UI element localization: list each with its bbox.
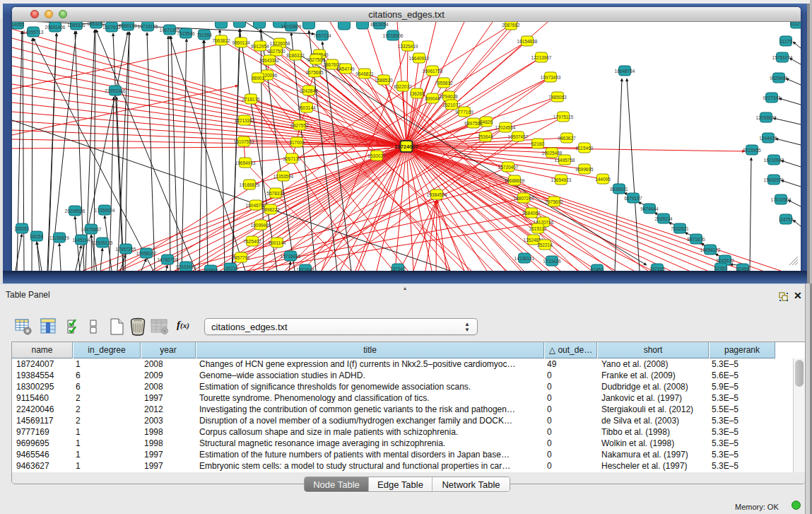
svg-text:18724007: 18724007	[394, 144, 418, 150]
svg-text:12093822: 12093822	[756, 115, 777, 120]
svg-text:9463627: 9463627	[558, 136, 576, 141]
svg-text:10719155: 10719155	[138, 24, 158, 29]
svg-text:7485063: 7485063	[548, 95, 567, 100]
svg-text:16648784: 16648784	[615, 69, 635, 74]
svg-text:116753: 116753	[778, 217, 794, 222]
svg-text:7957224: 7957224	[313, 33, 331, 38]
svg-text:17975115: 17975115	[553, 115, 574, 119]
svg-text:16154838: 16154838	[517, 39, 538, 44]
svg-text:17024554: 17024554	[495, 125, 516, 130]
svg-text:14055713: 14055713	[23, 30, 44, 35]
svg-text:751554: 751554	[196, 33, 212, 37]
svg-text:13495758: 13495758	[555, 158, 575, 163]
svg-text:11175: 11175	[779, 39, 792, 44]
svg-text:92456: 92456	[736, 267, 749, 271]
svg-text:9329966: 9329966	[770, 76, 788, 81]
svg-text:1733426: 1733426	[543, 259, 561, 264]
svg-text:9646821: 9646821	[355, 71, 374, 76]
svg-text:139234: 139234	[223, 266, 238, 271]
svg-text:10654122: 10654122	[700, 247, 721, 252]
svg-text:97450: 97450	[591, 267, 604, 271]
svg-text:6794028: 6794028	[440, 94, 458, 99]
svg-text:12505135: 12505135	[93, 240, 113, 245]
svg-text:6679197: 6679197	[624, 196, 642, 201]
svg-text:8938921: 8938921	[610, 187, 628, 192]
svg-text:197165: 197165	[649, 267, 665, 271]
svg-text:9227343: 9227343	[763, 95, 781, 100]
svg-text:17957255: 17957255	[116, 247, 136, 252]
svg-text:9245612: 9245612	[716, 258, 734, 263]
svg-text:10025488: 10025488	[542, 151, 563, 156]
svg-text:9327508: 9327508	[307, 57, 325, 62]
svg-text:1085326: 1085326	[67, 23, 86, 28]
svg-text:9242848: 9242848	[300, 88, 318, 93]
svg-text:7955812: 7955812	[435, 81, 453, 86]
svg-text:17010504: 17010504	[771, 197, 792, 202]
svg-text:252214: 252214	[537, 243, 553, 247]
svg-text:144095: 144095	[595, 177, 611, 182]
svg-text:16640910: 16640910	[409, 56, 430, 61]
svg-text:20691406: 20691406	[45, 25, 66, 30]
svg-text:19384554: 19384554	[427, 192, 447, 197]
svg-text:11127: 11127	[790, 22, 801, 26]
svg-text:15692971: 15692971	[764, 177, 784, 182]
svg-text:107827: 107827	[203, 268, 218, 271]
svg-text:12213367: 12213367	[235, 118, 255, 123]
svg-text:9860124: 9860124	[232, 40, 250, 45]
svg-text:16099489: 16099489	[251, 223, 271, 228]
svg-text:8427552: 8427552	[290, 123, 309, 128]
svg-text:16543382: 16543382	[259, 58, 280, 63]
svg-text:137342: 137342	[390, 267, 406, 271]
svg-text:1145194: 1145194	[73, 238, 90, 243]
svg-text:11156829: 11156829	[49, 235, 69, 240]
svg-text:2087682: 2087682	[502, 23, 520, 28]
svg-text:16961758: 16961758	[423, 69, 443, 74]
svg-text:10958167: 10958167	[136, 251, 157, 256]
svg-text:6966160: 6966160	[119, 23, 137, 28]
svg-text:7515546: 7515546	[177, 31, 195, 36]
svg-text:5578335: 5578335	[266, 191, 285, 196]
svg-text:9699695: 9699695	[575, 167, 594, 172]
svg-text:317004: 317004	[289, 140, 305, 145]
svg-text:11353594: 11353594	[273, 174, 294, 179]
svg-text:1527602: 1527602	[102, 25, 121, 30]
svg-text:16782759: 16782759	[158, 257, 178, 262]
svg-text:92450: 92450	[714, 266, 727, 271]
svg-text:14136141: 14136141	[514, 256, 535, 261]
svg-text:253644: 253644	[478, 134, 493, 139]
svg-text:14055: 14055	[12, 22, 24, 27]
svg-text:19654933: 19654933	[235, 160, 256, 165]
svg-text:15751074: 15751074	[772, 55, 793, 60]
svg-text:1691144: 1691144	[269, 240, 286, 245]
svg-text:8471676: 8471676	[687, 237, 705, 242]
svg-text:15720407: 15720407	[498, 165, 519, 170]
svg-text:2935114: 2935114	[655, 216, 673, 221]
svg-text:17359924: 17359924	[95, 208, 115, 213]
svg-text:9327500: 9327500	[267, 49, 286, 54]
svg-text:7632621: 7632621	[671, 226, 689, 231]
svg-text:9457791: 9457791	[232, 255, 250, 260]
svg-text:8912954: 8912954	[251, 44, 269, 49]
svg-text:19218506: 19218506	[383, 33, 404, 38]
svg-text:18807249: 18807249	[514, 196, 534, 201]
svg-text:9115460: 9115460	[576, 146, 594, 151]
svg-text:8813054: 8813054	[370, 22, 389, 27]
svg-text:7663822: 7663822	[212, 38, 230, 43]
svg-text:13226058: 13226058	[270, 41, 290, 46]
svg-text:1530027: 1530027	[367, 153, 386, 158]
svg-text:39154: 39154	[30, 234, 43, 239]
svg-text:9777169: 9777169	[455, 110, 473, 115]
svg-text:2603144: 2603144	[298, 105, 316, 110]
svg-text:1588520: 1588520	[375, 78, 393, 83]
svg-text:3675685: 3675685	[305, 70, 324, 75]
svg-text:13654923: 13654923	[551, 177, 572, 182]
svg-text:20206536: 20206536	[65, 209, 86, 214]
svg-text:1971648: 1971648	[296, 267, 314, 271]
svg-text:8322037: 8322037	[394, 84, 412, 89]
svg-text:9684067: 9684067	[522, 211, 541, 216]
svg-text:8454749: 8454749	[336, 66, 355, 71]
svg-text:7975692: 7975692	[545, 199, 563, 204]
svg-text:98901: 98901	[252, 76, 264, 81]
svg-text:136263: 136263	[409, 91, 425, 96]
svg-text:10507457: 10507457	[508, 134, 529, 139]
